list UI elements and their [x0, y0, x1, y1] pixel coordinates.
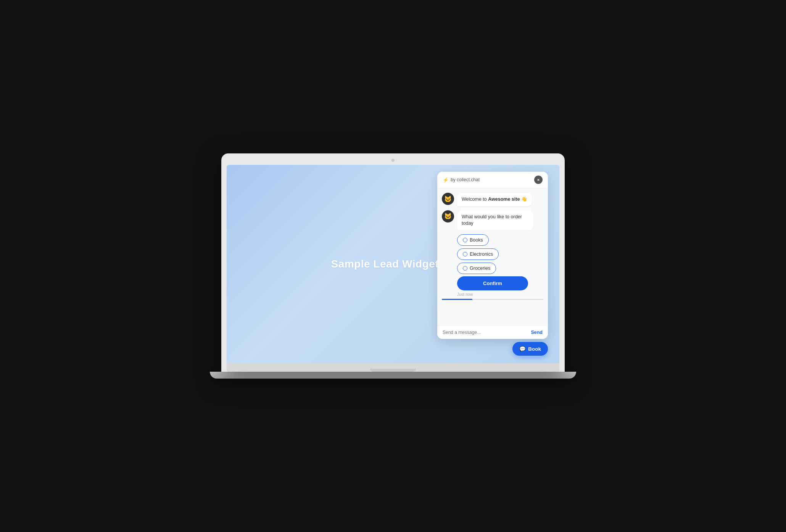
option-electronics[interactable]: Electronics: [457, 248, 499, 260]
book-label: Book: [528, 346, 541, 352]
laptop-wrapper: Sample Lead Widget 👉 ⚡ by collect.chat ×: [221, 153, 565, 379]
timestamp: Just now: [442, 292, 543, 297]
laptop-screen-outer: Sample Lead Widget 👉 ⚡ by collect.chat ×: [221, 153, 565, 372]
laptop-screen: Sample Lead Widget 👉 ⚡ by collect.chat ×: [227, 165, 559, 363]
laptop-foot: [210, 372, 576, 379]
chat-widget: ⚡ by collect.chat × 🐱 Welcome to Awesome…: [437, 172, 548, 339]
question-bubble: What would you like to order today: [457, 210, 533, 231]
question-message-row: 🐱 What would you like to order today: [442, 210, 543, 231]
avatar: 🐱: [442, 193, 454, 205]
option-groceries-label: Groceries: [470, 266, 490, 271]
option-books-label: Books: [470, 237, 483, 243]
page-title: Sample Lead Widget 👉: [331, 258, 455, 270]
option-electronics-label: Electronics: [470, 251, 493, 257]
chat-input-row: Send: [437, 326, 548, 339]
confirm-button[interactable]: Confirm: [457, 276, 528, 290]
progress-fill: [442, 299, 472, 300]
chat-header: ⚡ by collect.chat ×: [437, 172, 548, 188]
option-dot-books: [463, 238, 467, 242]
lightning-icon: ⚡: [443, 177, 449, 183]
chat-messages: 🐱 Welcome to Awesome site 👋 🐱 What would…: [437, 188, 548, 326]
welcome-pre: Welcome to: [462, 197, 488, 202]
chat-brand: ⚡ by collect.chat: [443, 177, 480, 183]
progress-bar: [442, 299, 543, 300]
laptop-camera: [391, 159, 395, 162]
laptop-base: [227, 363, 559, 372]
close-button[interactable]: ×: [534, 176, 543, 184]
option-groceries[interactable]: Groceries: [457, 263, 496, 274]
avatar-2: 🐱: [442, 210, 454, 222]
send-button[interactable]: Send: [531, 330, 543, 335]
welcome-message-row: 🐱 Welcome to Awesome site 👋: [442, 193, 543, 206]
brand-text: by collect.chat: [451, 177, 480, 182]
option-dot-electronics: [463, 252, 467, 256]
chat-options: Books Electronics Groceries: [442, 234, 543, 274]
welcome-bubble: Welcome to Awesome site 👋: [457, 193, 532, 206]
welcome-site: Awesome site: [488, 197, 520, 202]
message-input[interactable]: [443, 330, 528, 335]
welcome-emoji: 👋: [521, 197, 527, 202]
option-books[interactable]: Books: [457, 234, 489, 246]
book-button[interactable]: 💬 Book: [512, 342, 548, 356]
option-dot-groceries: [463, 266, 467, 271]
book-icon: 💬: [519, 346, 526, 352]
